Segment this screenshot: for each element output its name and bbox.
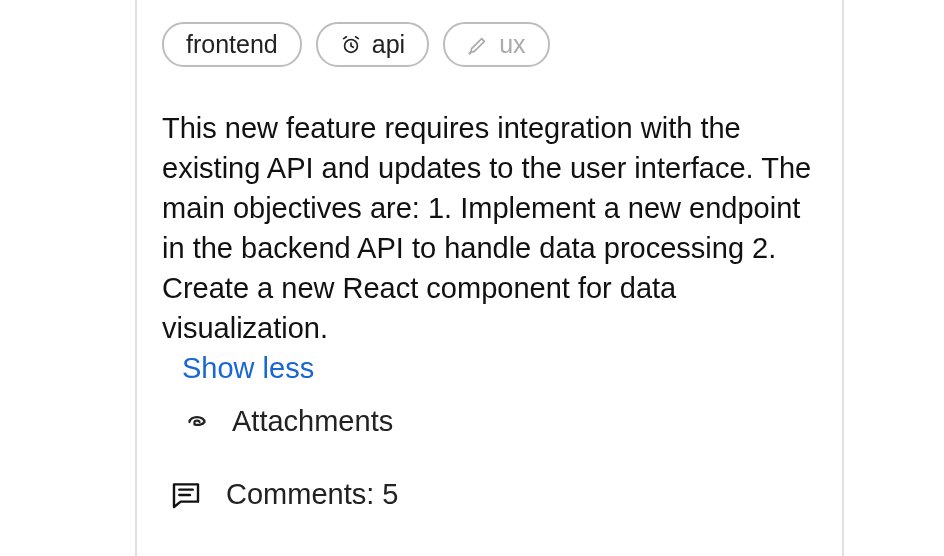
show-less-button[interactable]: Show less bbox=[182, 352, 314, 385]
comment-icon bbox=[170, 479, 202, 511]
comments-label: Comments: 5 bbox=[226, 478, 398, 511]
alarm-icon bbox=[340, 34, 362, 56]
labels-header: Labels: bbox=[162, 0, 309, 6]
chip-api[interactable]: api bbox=[316, 22, 429, 67]
attachment-icon bbox=[182, 407, 212, 437]
issue-card: Labels: frontend api bbox=[135, 0, 844, 556]
attachments-label: Attachments bbox=[232, 405, 393, 438]
comments-row[interactable]: Comments: 5 bbox=[170, 478, 398, 511]
labels-title: Labels: bbox=[212, 0, 309, 5]
chip-label: api bbox=[372, 30, 405, 59]
chip-label: frontend bbox=[186, 30, 278, 59]
svg-point-2 bbox=[469, 52, 470, 53]
attachments-row[interactable]: Attachments bbox=[182, 405, 393, 438]
description-text: This new feature requires integration wi… bbox=[162, 108, 812, 348]
tag-icon bbox=[162, 0, 194, 6]
chip-label: ux bbox=[499, 30, 525, 59]
pencil-icon bbox=[467, 34, 489, 56]
chip-ux[interactable]: ux bbox=[443, 22, 549, 67]
chip-frontend[interactable]: frontend bbox=[162, 22, 302, 67]
labels-chips: frontend api ux bbox=[162, 22, 550, 67]
